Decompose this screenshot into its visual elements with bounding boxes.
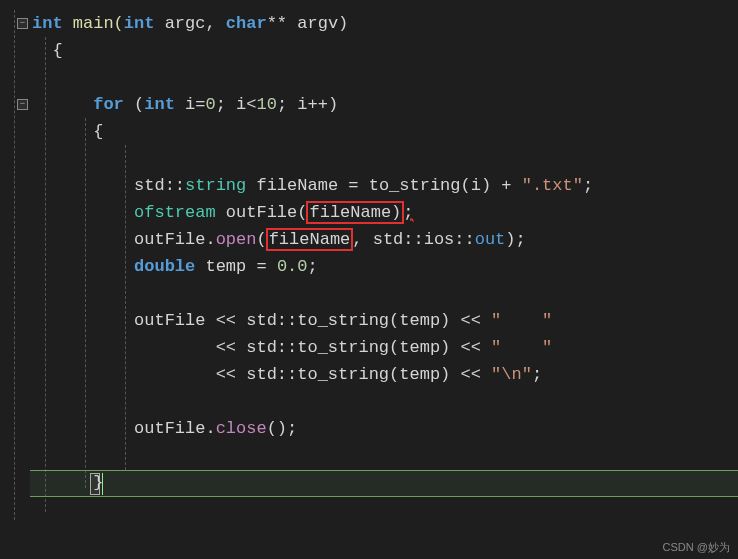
code-line[interactable]: } [0, 469, 738, 496]
code-line[interactable]: { [0, 118, 738, 145]
code-line[interactable]: std::string fileName = to_string(i) + ".… [0, 172, 738, 199]
code-line[interactable]: { [0, 37, 738, 64]
code-line[interactable]: − int main(int argc, char** argv) [0, 10, 738, 37]
error-squiggle: ; [403, 203, 413, 222]
code-line[interactable]: − for (int i=0; i<10; i++) [0, 91, 738, 118]
code-line[interactable]: outFile.open(fileName, std::ios::out); [0, 226, 738, 253]
code-line[interactable] [0, 280, 738, 307]
code-line[interactable]: << std::to_string(temp) << "\n"; [0, 361, 738, 388]
code-line[interactable] [0, 388, 738, 415]
code-line[interactable] [0, 442, 738, 469]
code-line[interactable]: << std::to_string(temp) << " " [0, 334, 738, 361]
error-highlight: fileName [266, 228, 354, 251]
code-line[interactable]: outFile.close(); [0, 415, 738, 442]
code-line[interactable] [0, 64, 738, 91]
code-editor[interactable]: − int main(int argc, char** argv) { − fo… [0, 0, 738, 559]
watermark: CSDN @妙为 [663, 540, 730, 555]
fold-minus-icon[interactable]: − [17, 18, 28, 29]
fold-minus-icon[interactable]: − [17, 99, 28, 110]
code-line[interactable]: ofstream outFile(fileName); [0, 199, 738, 226]
error-highlight: fileName) [306, 201, 404, 224]
code-line[interactable]: double temp = 0.0; [0, 253, 738, 280]
code-line[interactable]: outFile << std::to_string(temp) << " " [0, 307, 738, 334]
code-line[interactable] [0, 145, 738, 172]
